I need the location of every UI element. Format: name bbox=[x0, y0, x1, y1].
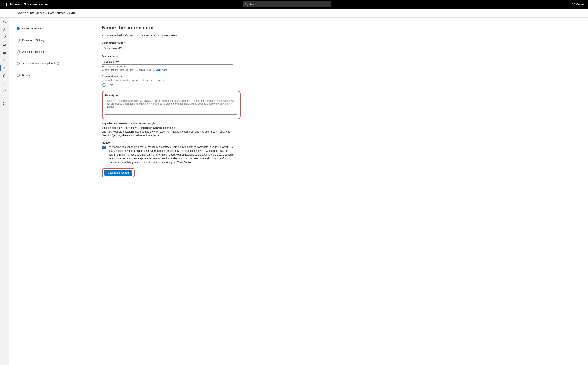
reports-icon[interactable] bbox=[3, 81, 6, 85]
chars-remaining: 18 characters remaining bbox=[102, 65, 233, 68]
left-rail bbox=[0, 18, 9, 365]
setup-icon[interactable] bbox=[3, 74, 6, 77]
wizard-step-datasource-settings[interactable]: Datasource Settings bbox=[17, 37, 89, 43]
connection-icon-label: Connection icon bbox=[102, 75, 233, 78]
chevron-right-icon: › bbox=[46, 12, 47, 15]
step-dot-icon bbox=[17, 74, 20, 77]
breadcrumb: Search & intelligence › Data sources › E… bbox=[17, 12, 75, 15]
svg-rect-15 bbox=[3, 104, 4, 105]
copilot-button[interactable]: Copilot bbox=[572, 3, 587, 6]
wizard-step-advanced-settings[interactable]: Advanced Settings (Optional)i bbox=[17, 61, 89, 66]
svg-line-1 bbox=[247, 5, 248, 6]
connection-icon-helper: Enhance the experience of connector resu… bbox=[102, 79, 233, 81]
svg-point-8 bbox=[4, 37, 5, 38]
wizard-step-access-permissions[interactable]: Access Permissions bbox=[17, 49, 89, 55]
devices-icon[interactable] bbox=[3, 43, 6, 47]
display-name-input[interactable] bbox=[102, 59, 233, 65]
checkmark-icon bbox=[102, 146, 105, 149]
edit-icon-link[interactable]: Edit bbox=[108, 84, 113, 87]
learn-more-link[interactable]: Learn more bbox=[156, 69, 167, 71]
svg-point-5 bbox=[4, 28, 5, 29]
description-label: Description bbox=[105, 94, 237, 97]
step-dot-icon bbox=[17, 62, 20, 65]
svg-rect-14 bbox=[5, 102, 6, 103]
app-launcher-button[interactable] bbox=[1, 1, 9, 8]
admin-centers-icon[interactable] bbox=[3, 102, 6, 105]
svg-rect-9 bbox=[3, 44, 6, 46]
description-highlight: Description bbox=[102, 91, 241, 119]
connection-name-label: Connection name* bbox=[102, 41, 233, 44]
app-title: Microsoft 365 admin center bbox=[10, 3, 48, 6]
rail-divider bbox=[2, 97, 7, 97]
save-button-highlight: Save and Proceed bbox=[102, 168, 135, 177]
health-icon[interactable] bbox=[3, 89, 6, 93]
search-icon bbox=[245, 3, 248, 6]
copilot-label: Copilot bbox=[576, 3, 584, 6]
notice-text: By enabling this connection, you authori… bbox=[108, 145, 233, 164]
wizard-step-review[interactable]: Review bbox=[17, 72, 89, 78]
groups-icon[interactable] bbox=[3, 35, 6, 39]
svg-point-7 bbox=[5, 36, 6, 37]
chevron-right-icon: › bbox=[67, 12, 68, 15]
svg-rect-10 bbox=[3, 52, 6, 54]
step-dot-icon bbox=[17, 39, 20, 42]
breadcrumb-level2[interactable]: Data sources bbox=[48, 12, 65, 15]
breadcrumb-current: Edit bbox=[69, 12, 75, 15]
global-search[interactable] bbox=[243, 1, 331, 7]
connection-name-input[interactable] bbox=[102, 45, 233, 51]
top-bar: Microsoft 365 admin center Copilot bbox=[0, 0, 588, 9]
connection-icon-preview bbox=[102, 83, 105, 87]
experiences-label: Experiences powered by this connection i bbox=[102, 122, 233, 125]
users-icon[interactable] bbox=[3, 28, 6, 31]
search-input[interactable] bbox=[249, 3, 329, 6]
page-title: Name the connection bbox=[102, 25, 577, 31]
svg-point-6 bbox=[3, 36, 4, 37]
wizard-step-name-connection[interactable]: Name the connection bbox=[17, 26, 89, 31]
description-textarea[interactable] bbox=[105, 98, 237, 115]
breadcrumb-bar: Search & intelligence › Data sources › E… bbox=[0, 9, 588, 18]
svg-point-0 bbox=[245, 3, 247, 5]
svg-rect-16 bbox=[5, 104, 6, 105]
display-name-label: Display name bbox=[102, 55, 233, 58]
display-name-helper: Enhance the experience of connector resu… bbox=[102, 69, 233, 71]
content-area: Name the connection Fill out some basic … bbox=[89, 18, 588, 365]
billing-icon[interactable] bbox=[3, 51, 6, 54]
notice-checkbox[interactable] bbox=[102, 146, 105, 149]
wizard-nav: Name the connection Datasource Settings … bbox=[9, 18, 89, 365]
hamburger-icon bbox=[4, 12, 7, 14]
svg-rect-13 bbox=[3, 102, 4, 103]
svg-point-12 bbox=[4, 68, 5, 69]
nav-toggle-button[interactable] bbox=[2, 9, 9, 17]
learn-more-link[interactable]: Learn more bbox=[156, 79, 167, 81]
info-icon[interactable]: i bbox=[152, 122, 155, 125]
support-icon[interactable] bbox=[3, 58, 6, 62]
step-dot-icon bbox=[17, 27, 20, 30]
waffle-icon bbox=[4, 3, 7, 6]
page-intro: Fill out some basic information about th… bbox=[102, 34, 577, 37]
breadcrumb-level1[interactable]: Search & intelligence bbox=[17, 12, 44, 15]
info-icon[interactable]: i bbox=[57, 62, 59, 65]
save-and-proceed-button[interactable]: Save and Proceed bbox=[105, 170, 132, 176]
experiences-text: This connection will enhance your Micros… bbox=[102, 126, 233, 138]
copilot-icon bbox=[572, 3, 575, 6]
notice-label: Notice* bbox=[102, 141, 233, 144]
step-dot-icon bbox=[17, 50, 20, 53]
settings-icon[interactable] bbox=[3, 66, 6, 70]
home-icon[interactable] bbox=[3, 20, 6, 24]
